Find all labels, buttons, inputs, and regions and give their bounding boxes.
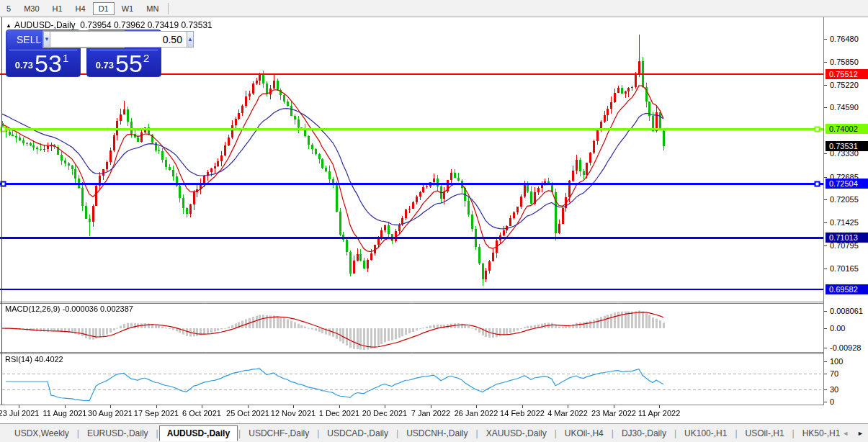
rsi-tick-mark (824, 361, 827, 362)
tab-separator: | (238, 428, 241, 438)
price-tick-label: 0.76480 (830, 35, 859, 43)
date-tick-mark (156, 405, 157, 408)
tab-separator: | (476, 428, 478, 438)
date-tick-label: 7 Jan 2022 (411, 409, 450, 418)
tab-scroll-controls: ◄► (842, 424, 864, 442)
tab-separator: | (77, 428, 79, 438)
date-tick-label: 23 Jul 2021 (0, 409, 39, 418)
date-tick-label: 20 Dec 2021 (362, 409, 407, 418)
price-tick-mark (824, 107, 827, 108)
rsi-tick-label: 100 (830, 357, 843, 366)
price-tick-label: 0.75850 (830, 58, 859, 66)
date-tick-mark (293, 405, 294, 408)
volume-increase-button[interactable]: ▲ (187, 31, 194, 48)
price-tick-label: 0.74590 (830, 103, 859, 112)
collapse-triangle-icon[interactable]: ▲ (6, 22, 12, 29)
scroll-right-icon[interactable]: ► (857, 430, 864, 437)
date-tick-mark (110, 405, 111, 408)
date-tick-mark (202, 405, 202, 408)
sell-price-sup: 1 (63, 52, 68, 64)
symbol-tab-usdx-weekly[interactable]: USDX,Weekly (7, 426, 76, 441)
sell-price-big: 53 (35, 53, 62, 74)
chevron-down-icon: ▼ (44, 36, 50, 42)
date-tick-mark (431, 405, 431, 408)
price-tick-mark (824, 153, 827, 154)
tab-separator: | (612, 428, 614, 438)
timeframe-button-d1[interactable]: D1 (93, 2, 115, 15)
symbol-tab-ukoil-h4[interactable]: UKOil-,H4 (558, 426, 611, 441)
price-tick-mark (824, 245, 827, 246)
price-badge-0.75512: 0.75512 (826, 69, 868, 79)
tab-separator: | (396, 428, 398, 438)
date-tick-mark (65, 405, 66, 408)
scroll-left-icon[interactable]: ◄ (842, 430, 849, 437)
chart-title: ▲AUDUSD-,Daily 0.73954 0.73962 0.73419 0… (6, 20, 212, 30)
tab-separator: | (735, 428, 737, 438)
rsi-value: 40.4022 (35, 355, 63, 364)
price-badge-0.73531: 0.73531 (826, 141, 868, 151)
symbol-tab-uk100-h1[interactable]: UK100-,H1 (677, 426, 734, 441)
timeframe-button-h1[interactable]: H1 (47, 2, 68, 15)
rsi-tick-mark (824, 389, 827, 390)
macd-name: MACD(12,26,9) (5, 305, 60, 313)
macd-indicator-label: MACD(12,26,9) -0.000036 0.002387 (5, 305, 133, 313)
timeframe-toolbar: 5M30H1H4D1W1MN (0, 0, 868, 17)
macd-tick-label: -0.00928 (830, 343, 861, 352)
price-tick-label: 0.70165 (830, 264, 859, 273)
symbol-tab-usdchf-daily[interactable]: USDCHF-,Daily (241, 426, 316, 441)
macd-tick-mark (824, 348, 827, 348)
symbol-tab-dj30-daily[interactable]: DJ30-,Daily (614, 426, 674, 441)
price-badge-0.71013: 0.71013 (826, 233, 868, 243)
volume-decrease-button[interactable]: ▼ (43, 31, 50, 48)
price-tick-mark (824, 39, 827, 40)
buy-price: 0.73 55 2 (87, 50, 158, 76)
symbol-tabbar: USDX,Weekly|EURUSD-,Daily|AUDUSD-,Daily|… (0, 423, 868, 442)
date-tick-mark (19, 405, 19, 408)
macd-values: -0.000036 0.002387 (62, 305, 133, 313)
chevron-up-icon: ▲ (187, 36, 193, 42)
timeframe-button-mn[interactable]: MN (140, 2, 164, 15)
date-tick-label: 30 Aug 2021 (88, 409, 133, 418)
tab-separator: | (317, 428, 319, 438)
symbol-tab-usdcnh-daily[interactable]: USDCNH-,Daily (399, 426, 475, 441)
tab-separator: | (156, 428, 158, 438)
date-tick-label: 25 Oct 2021 (226, 409, 269, 418)
date-tick-mark (568, 405, 568, 408)
toolbar-separator (168, 3, 169, 14)
date-tick-mark (385, 405, 385, 408)
price-tick-mark (824, 222, 827, 223)
date-tick-label: 11 Apr 2022 (638, 409, 681, 418)
tab-separator: | (674, 428, 676, 438)
date-tick-label: 6 Oct 2021 (182, 409, 221, 418)
tab-separator: | (792, 428, 795, 438)
timeframe-button-5[interactable]: 5 (1, 2, 17, 15)
sell-price: 0.73 53 1 (6, 50, 77, 76)
symbol-tab-xauusd-daily[interactable]: XAUUSD-,Daily (479, 426, 554, 441)
date-tick-label: 14 Feb 2022 (500, 409, 545, 418)
timeframe-button-w1[interactable]: W1 (116, 2, 140, 15)
chart-window: ▲AUDUSD-,Daily 0.73954 0.73962 0.73419 0… (0, 17, 868, 405)
symbol-tab-hk50-h1[interactable]: HK50-,H1 (795, 426, 848, 441)
symbol-tab-eurusd-daily[interactable]: EURUSD-,Daily (80, 426, 156, 441)
buy-price-small: 0.73 (96, 60, 114, 71)
date-axis: 23 Jul 202111 Aug 202130 Aug 202117 Sep … (0, 405, 868, 423)
chart-ohlc-values: 0.73954 0.73962 0.73419 0.73531 (80, 20, 212, 30)
sell-label: SELL (17, 34, 41, 45)
price-tick-label: 0.72055 (830, 195, 859, 204)
timeframe-button-m30[interactable]: M30 (18, 2, 45, 15)
volume-input[interactable] (50, 31, 187, 48)
macd-tick-label: 0.00 (830, 324, 845, 333)
symbol-tab-usdcad-daily[interactable]: USDCAD-,Daily (320, 426, 395, 441)
rsi-tick-label: 70 (830, 369, 838, 378)
price-tick-mark (824, 199, 827, 200)
timeframe-button-h4[interactable]: H4 (70, 2, 91, 15)
price-tick-label: 0.71425 (830, 218, 859, 227)
price-tick-label: 0.75220 (830, 81, 859, 89)
date-tick-label: 1 Dec 2021 (319, 409, 359, 418)
date-tick-mark (476, 405, 477, 408)
date-tick-label: 26 Jan 2022 (455, 409, 498, 418)
symbol-tab-usoil-h1[interactable]: USOil-,H1 (738, 426, 792, 441)
macd-tick-mark (824, 328, 827, 329)
date-tick-label: 4 Mar 2022 (547, 409, 588, 418)
symbol-tab-audusd-daily[interactable]: AUDUSD-,Daily (159, 425, 238, 441)
